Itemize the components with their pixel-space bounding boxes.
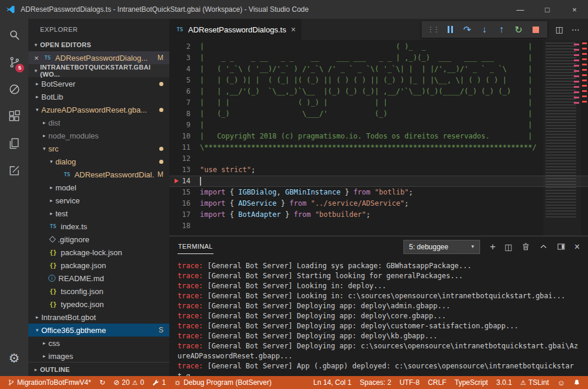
outline-section-header[interactable]: ▸ OUTLINE bbox=[28, 362, 169, 376]
kill-terminal-button[interactable] bbox=[521, 242, 530, 251]
overview-ruler[interactable] bbox=[581, 40, 588, 236]
open-editors-header[interactable]: ▾ OPEN EDITORS bbox=[28, 38, 169, 51]
restart-button[interactable]: ↻ bbox=[510, 22, 527, 37]
terminal-output[interactable]: trace: [General Bot Server] Loading sys … bbox=[169, 257, 588, 376]
line-number[interactable]: 14 bbox=[169, 176, 200, 187]
tree-item-index-ts[interactable]: TSindex.ts bbox=[28, 220, 169, 233]
line-number[interactable]: 11 bbox=[169, 142, 200, 153]
tab-adresetpassworddialogs[interactable]: TS ADResetPasswordDialogs.ts × bbox=[169, 19, 301, 40]
line-number[interactable]: 12 bbox=[169, 153, 200, 164]
close-editor-icon[interactable]: × bbox=[34, 54, 39, 62]
terminal-panel: TERMINAL 5: debuggee ▼ +◫× trace: [Gener… bbox=[169, 236, 588, 376]
tree-item-label: index.ts bbox=[61, 222, 87, 231]
panel-layout-button[interactable] bbox=[557, 242, 566, 251]
status-tslint[interactable]: ⚠TSLint bbox=[516, 376, 553, 389]
line-number[interactable]: 4 bbox=[169, 64, 200, 75]
close-panel-button[interactable]: × bbox=[574, 242, 580, 252]
activity-extensions-icon[interactable] bbox=[0, 103, 28, 130]
line-number[interactable]: 9 bbox=[169, 120, 200, 131]
status-debug-program[interactable]: Debug Program (BotServer) bbox=[170, 376, 275, 389]
status-notifications[interactable] bbox=[569, 376, 584, 389]
close-button[interactable]: × bbox=[561, 0, 588, 19]
tree-item-botlib[interactable]: ▸BotLib bbox=[28, 90, 169, 103]
open-editor-item[interactable]: × TS ADResetPasswordDialog... M bbox=[28, 51, 169, 64]
tree-item-service[interactable]: ▸service bbox=[28, 194, 169, 207]
status-indentation[interactable]: Spaces: 2 bbox=[356, 376, 395, 389]
more-icon[interactable]: ⋯ bbox=[571, 25, 580, 34]
pause-button[interactable] bbox=[442, 22, 459, 37]
terminal-line: trace: [General Bot Server] Looking in: … bbox=[178, 291, 582, 301]
git-modified-dot bbox=[159, 108, 163, 112]
line-number[interactable]: 18 bbox=[169, 220, 200, 232]
status-tasks[interactable]: 1 bbox=[148, 376, 170, 389]
window-controls: — □ × bbox=[507, 0, 588, 19]
line-number[interactable]: 7 bbox=[169, 97, 200, 108]
status-ts-version[interactable]: 3.0.1 bbox=[492, 376, 516, 389]
tree-item-azureadpasswordreset-gba[interactable]: ▾AzureADPasswordReset.gba... bbox=[28, 103, 169, 116]
tree-item-intranetbot-gbot[interactable]: ▸IntranetBot.gbot bbox=[28, 311, 169, 324]
tree-item-office365-gbtheme[interactable]: ▾Office365.gbthemeS bbox=[28, 324, 169, 337]
terminal-line: trace: [General Bot Server] Starting loo… bbox=[178, 271, 582, 281]
step-into-button[interactable]: ↓ bbox=[476, 22, 493, 37]
step-over-button[interactable]: ↷ bbox=[459, 22, 476, 37]
grip-handle[interactable]: ⋮⋮ bbox=[425, 22, 442, 37]
tree-item-test[interactable]: ▸test bbox=[28, 207, 169, 220]
status-eol[interactable]: CRLF bbox=[423, 376, 450, 389]
tree-item-css[interactable]: ▸css bbox=[28, 337, 169, 350]
workspace-section-header[interactable]: ▾ INTRANETBOTQUICKSTART.GBAI (WO... bbox=[28, 64, 169, 77]
status-cursor-position[interactable]: Ln 14, Col 1 bbox=[309, 376, 356, 389]
tree-item-tsconfig-json[interactable]: {}tsconfig.json bbox=[28, 285, 169, 298]
line-number[interactable]: 13 bbox=[169, 164, 200, 176]
tree-item-gitignore[interactable]: .gitignore bbox=[28, 233, 169, 246]
error-mark bbox=[574, 60, 579, 61]
tree-item-images[interactable]: ▸images bbox=[28, 350, 169, 362]
line-number[interactable]: 17 bbox=[169, 209, 200, 220]
activity-debug-icon[interactable] bbox=[0, 75, 28, 103]
tree-item-typedoc-json[interactable]: {}typedoc.json bbox=[28, 298, 169, 311]
line-number[interactable]: 3 bbox=[169, 52, 200, 64]
activity-edit-icon[interactable] bbox=[0, 157, 28, 184]
tree-item-botserver[interactable]: ▸BotServer bbox=[28, 77, 169, 90]
status-encoding[interactable]: UTF-8 bbox=[395, 376, 423, 389]
line-number[interactable]: 2 bbox=[169, 41, 200, 52]
code-line: 4| ( '_`\ ( '__)/'_` ) /'_`\ /' _ ` _ `\… bbox=[169, 64, 588, 75]
maximize-button[interactable]: □ bbox=[534, 0, 561, 19]
split-editor-button[interactable]: ◫ bbox=[556, 25, 563, 34]
tree-item-dialog[interactable]: ▾dialog bbox=[28, 155, 169, 168]
activity-pages-icon[interactable] bbox=[0, 130, 28, 157]
tree-item-dist[interactable]: ▸dist bbox=[28, 116, 169, 129]
new-terminal-button[interactable]: + bbox=[490, 242, 495, 252]
tree-item-package-lock-json[interactable]: {}package-lock.json bbox=[28, 246, 169, 259]
tree-item-package-json[interactable]: {}package.json bbox=[28, 259, 169, 272]
status-sync[interactable]: ↻ bbox=[95, 376, 109, 389]
line-number[interactable]: 15 bbox=[169, 187, 200, 198]
line-number[interactable]: 16 bbox=[169, 198, 200, 209]
stop-button[interactable] bbox=[527, 22, 544, 37]
tab-close-icon[interactable]: × bbox=[291, 25, 295, 34]
tree-item-adresetpassworddial[interactable]: TSADResetPasswordDial...M bbox=[28, 168, 169, 181]
tree-item-model[interactable]: ▸model bbox=[28, 181, 169, 194]
line-number[interactable]: 8 bbox=[169, 108, 200, 120]
line-number[interactable]: 5 bbox=[169, 75, 200, 86]
status-git-branch[interactable]: MigrationToBotFmwV4* bbox=[4, 376, 95, 389]
split-terminal-button[interactable]: ◫ bbox=[504, 242, 512, 252]
tree-item-node-modules[interactable]: ▸node_modules bbox=[28, 129, 169, 142]
minimap[interactable] bbox=[543, 40, 581, 236]
code-editor[interactable]: 2| ( )_ _ |3| _ _ _ __ _ _ __ ___ ___ _ … bbox=[169, 40, 588, 236]
code-line-content bbox=[200, 220, 588, 232]
activity-search-icon[interactable] bbox=[0, 21, 28, 48]
activity-settings-icon[interactable]: ⚙ bbox=[0, 344, 28, 371]
tree-item-readme-md[interactable]: iREADME.md bbox=[28, 272, 169, 285]
status-problems[interactable]: ⊘20⚠0 bbox=[109, 376, 148, 389]
status-language-mode[interactable]: TypeScript bbox=[451, 376, 492, 389]
line-number[interactable]: 10 bbox=[169, 131, 200, 142]
terminal-tab[interactable]: TERMINAL bbox=[178, 240, 213, 254]
step-out-button[interactable]: ↑ bbox=[493, 22, 510, 37]
activity-source-control-icon[interactable]: 5 bbox=[0, 48, 28, 75]
line-number[interactable]: 6 bbox=[169, 86, 200, 97]
maximize-panel-button[interactable] bbox=[539, 242, 548, 251]
status-feedback[interactable]: ☺ bbox=[553, 376, 569, 389]
minimize-button[interactable]: — bbox=[507, 0, 534, 19]
tree-item-src[interactable]: ▾src bbox=[28, 142, 169, 155]
terminal-selector[interactable]: 5: debuggee ▼ bbox=[403, 240, 480, 254]
